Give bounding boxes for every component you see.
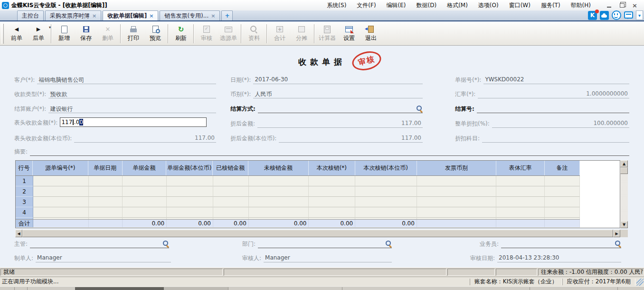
close-button[interactable]: × xyxy=(628,1,641,10)
message-icon[interactable] xyxy=(624,11,633,19)
department-field: 部门: xyxy=(242,240,392,248)
collapse-chevron-icon[interactable]: ▾ xyxy=(636,10,643,20)
refresh-button[interactable]: 刷新 xyxy=(170,23,192,44)
col-header-current-settle[interactable]: 本次核销(*) xyxy=(309,161,355,175)
salesman-field: 业务员: xyxy=(480,240,621,248)
menu-system[interactable]: 系统(S) xyxy=(322,1,351,10)
scroll-down-icon[interactable]: ▼ xyxy=(620,221,628,228)
tab-close-icon[interactable]: × xyxy=(92,13,96,19)
date-field: 日期(*): 2017-06-30 xyxy=(230,76,423,84)
settle-account-field: 结算账户(*): 建设银行 xyxy=(14,105,216,113)
row-number[interactable]: 4 xyxy=(16,207,33,218)
tab-main-console[interactable]: 主控台 xyxy=(17,10,44,20)
lookup-magnifier-icon[interactable] xyxy=(417,106,423,112)
row-number[interactable]: 3 xyxy=(16,197,33,207)
menu-format[interactable]: 格式(M) xyxy=(442,1,473,10)
receipt-type-value[interactable]: 预收款 xyxy=(48,90,216,98)
taskbar-item[interactable] xyxy=(164,287,228,290)
tab-sales-invoice[interactable]: 销售发票(专用)... × xyxy=(160,10,220,20)
menu-window[interactable]: 窗口(W) xyxy=(504,1,536,10)
head-amount-input[interactable]: 117.00 xyxy=(60,117,207,127)
row-number[interactable]: 2 xyxy=(16,186,33,197)
save-button[interactable]: 保存 xyxy=(75,23,97,44)
toolbar-separator xyxy=(193,24,194,43)
lookup-magnifier-icon[interactable] xyxy=(163,241,169,247)
cloud-sync-icon[interactable] xyxy=(600,11,609,20)
new-button[interactable]: 新增 xyxy=(53,23,75,44)
summary-value[interactable] xyxy=(30,148,629,156)
smiley-icon[interactable] xyxy=(612,10,621,20)
settings-button[interactable]: 设置 xyxy=(338,23,360,44)
resize-grip-icon[interactable] xyxy=(636,279,644,286)
settle-method-value[interactable] xyxy=(258,105,423,113)
supervisor-value[interactable] xyxy=(30,240,169,248)
grid-row[interactable]: 1 xyxy=(16,176,580,186)
add-tab-button[interactable]: + xyxy=(221,10,233,20)
lookup-magnifier-icon[interactable] xyxy=(615,241,621,247)
menu-edit[interactable]: 编辑(E) xyxy=(381,1,411,10)
status-section xyxy=(447,269,495,276)
col-header-row-no[interactable]: 行号 xyxy=(16,161,33,175)
lookup-magnifier-icon[interactable] xyxy=(386,241,392,247)
scroll-left-icon[interactable]: ◀ xyxy=(15,230,22,237)
col-header-invoice-currency[interactable]: 发票币别 xyxy=(417,161,497,175)
date-value[interactable]: 2017-06-30 xyxy=(253,76,423,84)
toolbar-separator xyxy=(241,24,242,43)
settle-account-value[interactable]: 建设银行 xyxy=(48,105,216,113)
row-number[interactable]: 1 xyxy=(16,176,33,186)
next-arrow-icon xyxy=(37,25,40,33)
col-header-settled[interactable]: 已核销金额 xyxy=(213,161,248,175)
restore-button[interactable] xyxy=(616,1,628,10)
currency-value[interactable]: 人民币 xyxy=(253,90,423,98)
col-header-bill-amount-local[interactable]: 单据金额(本位币) xyxy=(166,161,213,175)
prev-doc-button[interactable]: 前单 xyxy=(6,23,28,44)
next-doc-button[interactable]: 后单 ▾ xyxy=(28,23,49,44)
col-header-current-settle-local[interactable]: 本次核销(本位币) xyxy=(355,161,417,175)
tab-purchase-invoice-list[interactable]: 采购发票序时簿 × xyxy=(45,10,101,20)
dropdown-arrow-icon[interactable]: ▾ xyxy=(49,25,51,29)
tab-bar: 主控台 采购发票序时簿 × 收款单据[编辑] × 销售发票(专用)... × +… xyxy=(0,10,644,21)
kingdee-k-icon[interactable]: K xyxy=(588,11,597,20)
menu-service[interactable]: 服务(T) xyxy=(536,1,566,10)
toolbar-grip[interactable] xyxy=(1,24,4,44)
grid-row[interactable]: 2 xyxy=(16,186,580,197)
grid-row[interactable]: 5 xyxy=(16,218,580,219)
tab-receipt-edit[interactable]: 收款单据[编辑] × xyxy=(103,10,158,20)
exit-button[interactable]: 退出 xyxy=(360,23,382,44)
col-header-unsettled[interactable]: 未核销金额 xyxy=(248,161,309,175)
menu-data[interactable]: 数据(D) xyxy=(411,1,442,10)
summary-field: 摘要: xyxy=(14,148,629,156)
col-header-body-rate[interactable]: 表体汇率 xyxy=(496,161,545,175)
toolbar: 前单 后单 ▾ 新增 保存 删单 打印 预览 xyxy=(0,22,644,46)
settle-no-value[interactable] xyxy=(477,105,629,113)
head-amount-local-field: 表头收款金额(本位币): 117.00 xyxy=(14,135,216,143)
scrollbar-thumb[interactable] xyxy=(620,167,628,174)
print-button[interactable]: 打印 xyxy=(123,23,144,44)
sum-icon: + xyxy=(276,26,283,32)
menu-help[interactable]: 帮助(H) xyxy=(566,1,596,10)
scroll-up-icon[interactable]: ▲ xyxy=(620,160,628,167)
minimize-button[interactable] xyxy=(603,1,616,10)
print-preview-button[interactable]: 预览 xyxy=(144,23,166,44)
vertical-scrollbar[interactable]: ▲ ▼ xyxy=(620,160,628,228)
col-header-remark[interactable]: 备注 xyxy=(545,161,580,175)
scroll-right-icon[interactable]: ▶ xyxy=(613,230,620,237)
horizontal-scrollbar[interactable]: ◀ ▶ xyxy=(15,230,620,237)
grid-row[interactable]: 3 xyxy=(16,197,580,207)
taskbar-active-item[interactable] xyxy=(75,287,164,290)
menu-options[interactable]: 选项(O) xyxy=(473,1,504,10)
col-header-bill-date[interactable]: 单据日期 xyxy=(88,161,123,175)
department-value[interactable] xyxy=(258,240,392,248)
col-header-bill-amount[interactable]: 单据金额 xyxy=(123,161,167,175)
discount-account-value[interactable] xyxy=(482,135,629,143)
window-controls: × xyxy=(603,1,641,10)
scrollbar-thumb[interactable] xyxy=(22,230,613,237)
scrollbar-corner xyxy=(620,230,628,237)
tab-close-icon[interactable]: × xyxy=(211,13,215,19)
col-header-source-no[interactable]: 源单编号(*) xyxy=(33,161,88,175)
tab-close-icon[interactable]: × xyxy=(149,13,153,19)
grid-row[interactable]: 4 xyxy=(16,207,580,218)
menu-file[interactable]: 文件(F) xyxy=(351,1,381,10)
customer-value[interactable]: 福锦电脑销售公司 xyxy=(37,76,216,84)
salesman-value[interactable] xyxy=(501,240,621,248)
